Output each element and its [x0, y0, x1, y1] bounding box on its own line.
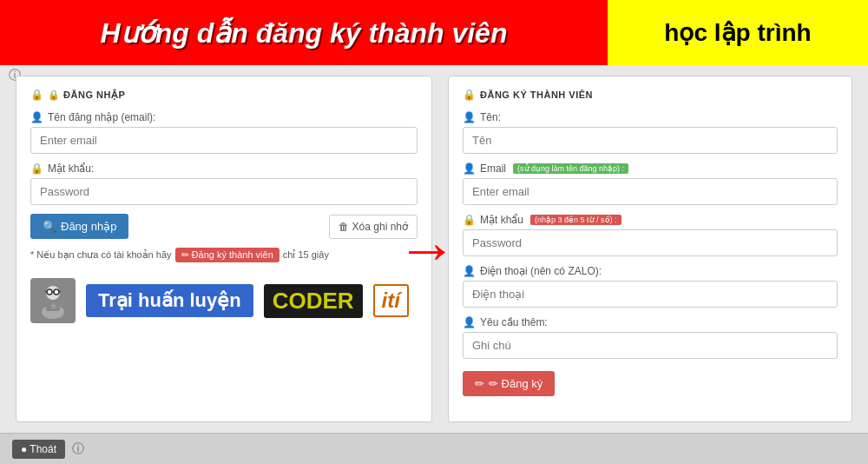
search-icon: 🔍	[43, 220, 56, 233]
main-content: 🔒 🔒 ĐĂNG NHẬP 👤 Tên đăng nhập (email): 🔒…	[0, 65, 868, 433]
reg-note-label: 👤 Yêu cầu thêm:	[463, 316, 838, 328]
username-label-text: Tên đăng nhập (email):	[48, 111, 155, 123]
register-title-text: ĐĂNG KÝ THÀNH VIÊN	[480, 89, 593, 100]
header-banner: Hướng dẫn đăng ký thành viên học lập trì…	[0, 0, 868, 65]
reg-name-label: 👤 Tên:	[463, 111, 838, 123]
register-panel: 🔒 ĐĂNG KÝ THÀNH VIÊN 👤 Tên: 👤 Email (sử …	[448, 76, 852, 422]
brand-coder: CODER	[264, 284, 363, 318]
svg-text:☆: ☆	[50, 302, 56, 310]
branding-section: ☆ Trại huấn luyện CODER ití	[30, 278, 418, 323]
avatar-icon: ☆	[34, 282, 72, 320]
svg-point-1	[47, 289, 52, 295]
reg-phone-label-text: Điện thoại (nên có ZALO):	[480, 265, 602, 277]
person-icon: 👤	[30, 111, 43, 123]
header-left: Hướng dẫn đăng ký thành viên	[0, 0, 608, 65]
login-button[interactable]: 🔍 Đăng nhập	[30, 214, 128, 239]
header-right-text: học lập trình	[664, 18, 811, 47]
reg-note-input[interactable]	[463, 332, 838, 359]
svg-point-2	[54, 289, 59, 295]
register-hint: * Nếu bạn chưa có tài khoản hãy ✏ Đăng k…	[30, 248, 418, 262]
brand-name: Trại huấn luyện	[86, 284, 253, 317]
password-label: 🔒 Mật khẩu:	[30, 162, 418, 175]
reg-password-input[interactable]	[463, 229, 838, 256]
reg-email-label: 👤 Email (sử dụng làm tên đăng nhập) :	[463, 162, 838, 175]
pencil-icon: ✏	[475, 377, 484, 390]
register-panel-title: 🔒 ĐĂNG KÝ THÀNH VIÊN	[463, 89, 838, 101]
login-actions: 🔍 Đăng nhập 🗑 Xóa ghi nhớ	[30, 214, 418, 239]
email-badge: (sử dụng làm tên đăng nhập) :	[513, 163, 628, 174]
reg-password-label-text: Mật khẩu	[480, 214, 523, 226]
person-icon-3: 👤	[463, 162, 476, 175]
password-label-text: Mật khẩu:	[48, 162, 94, 175]
reg-email-label-text: Email	[480, 162, 506, 175]
footer-info-icon[interactable]: ⓘ	[72, 441, 84, 457]
brand-logo: ití	[373, 284, 409, 317]
arrow-icon: →	[397, 219, 457, 280]
password-input[interactable]	[30, 178, 418, 205]
reg-password-label: 🔒 Mật khẩu (nhập 3 đến 5 từ / số) :	[463, 214, 838, 226]
reg-name-label-text: Tên:	[480, 111, 501, 123]
header-left-text: Hướng dẫn đăng ký thành viên	[101, 17, 508, 50]
person-icon-2: 👤	[463, 111, 476, 123]
lock-icon: 🔒	[30, 89, 43, 101]
person-icon-5: 👤	[463, 316, 476, 328]
person-icon-4: 👤	[463, 265, 476, 277]
footer-bar: ● Thoát ⓘ	[0, 433, 868, 464]
reg-email-input[interactable]	[463, 178, 838, 205]
reg-name-input[interactable]	[463, 127, 838, 154]
reg-phone-label: 👤 Điện thoại (nên có ZALO):	[463, 265, 838, 277]
reg-note-label-text: Yêu cầu thêm:	[480, 316, 548, 328]
header-right: học lập trình	[608, 0, 868, 65]
lock-icon-3: 🔒	[463, 89, 476, 101]
lock-icon-2: 🔒	[30, 162, 43, 175]
brand-avatar: ☆	[30, 278, 76, 323]
exit-button[interactable]: ● Thoát	[12, 440, 65, 459]
password-badge: (nhập 3 đến 5 từ / số) :	[530, 215, 621, 225]
register-button[interactable]: ✏ ✏ Đăng ký	[463, 371, 555, 396]
login-panel-title: 🔒 🔒 ĐĂNG NHẬP	[30, 89, 418, 101]
username-label: 👤 Tên đăng nhập (email):	[30, 111, 418, 123]
login-panel: 🔒 🔒 ĐĂNG NHẬP 👤 Tên đăng nhập (email): 🔒…	[16, 76, 432, 422]
lock-icon-4: 🔒	[463, 214, 476, 226]
reg-phone-input[interactable]	[463, 281, 838, 308]
register-link-button[interactable]: ✏ Đăng ký thành viên	[175, 248, 279, 262]
username-input[interactable]	[30, 127, 418, 154]
